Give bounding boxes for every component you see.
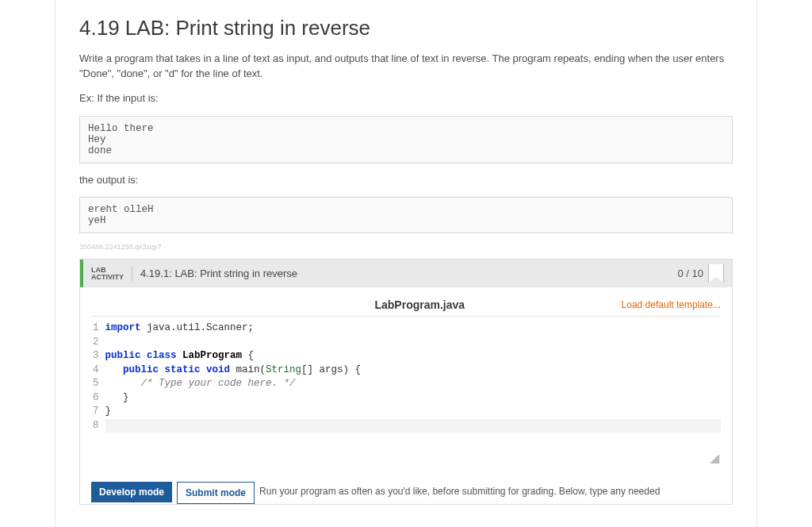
kw-class: class bbox=[141, 350, 177, 361]
kw-public: public bbox=[105, 350, 141, 361]
example-input-block: Hello there Hey done bbox=[79, 116, 733, 163]
example-input-label: Ex: If the input is: bbox=[79, 91, 733, 106]
code-text: java.util.Scanner; bbox=[141, 322, 255, 333]
kw-public: public bbox=[105, 364, 159, 375]
load-default-link[interactable]: Load default template... bbox=[622, 299, 721, 310]
page-content: 4.19 LAB: Print string in reverse Write … bbox=[56, 0, 756, 527]
example-output-label: the output is: bbox=[79, 173, 733, 188]
bookmark-icon[interactable] bbox=[708, 264, 724, 283]
code-text: main( bbox=[230, 364, 266, 375]
file-name: LabProgram.java bbox=[218, 298, 622, 311]
kw-void: void bbox=[201, 364, 231, 375]
lab-activity: LAB ACTIVITY 4.19.1: LAB: Print string i… bbox=[79, 259, 733, 505]
activity-title: 4.19.1: LAB: Print string in reverse bbox=[140, 267, 677, 279]
activity-score: 0 / 10 bbox=[677, 267, 703, 279]
problem-statement: Write a program that takes in a line of … bbox=[79, 52, 733, 82]
code-text: [] args) { bbox=[301, 364, 361, 375]
code-editor[interactable]: 1 2 3 4 5 6 7 8 import java.util.Scanner… bbox=[91, 320, 721, 455]
line-gutter: 1 2 3 4 5 6 7 8 bbox=[91, 320, 105, 455]
cursor-line[interactable] bbox=[105, 419, 721, 433]
activity-tag-line2: ACTIVITY bbox=[91, 274, 124, 281]
activity-tag: LAB ACTIVITY bbox=[91, 267, 132, 281]
kw-type: String bbox=[266, 364, 301, 375]
kw-static: static bbox=[159, 364, 201, 375]
develop-mode-button[interactable]: Develop mode bbox=[91, 482, 172, 502]
example-output-block: ereht olleH yeH bbox=[79, 197, 733, 233]
class-name: LabProgram bbox=[177, 350, 243, 361]
code-comment: /* Type your code here. */ bbox=[105, 378, 296, 389]
mode-bar: Develop mode Submit mode Run your progra… bbox=[80, 471, 732, 504]
page-title: 4.19 LAB: Print string in reverse bbox=[79, 16, 733, 40]
kw-import: import bbox=[105, 322, 141, 333]
activity-header: LAB ACTIVITY 4.19.1: LAB: Print string i… bbox=[80, 260, 732, 287]
mode-help-text: Run your program as often as you'd like,… bbox=[259, 482, 660, 498]
file-header: LabProgram.java Load default template... bbox=[91, 298, 721, 317]
code-text: } bbox=[105, 406, 112, 417]
resource-id: 350488.2241258.qx3zqy7 bbox=[79, 243, 733, 251]
code-lines[interactable]: import java.util.Scanner; public class L… bbox=[105, 320, 721, 455]
code-text: { bbox=[242, 350, 254, 361]
submit-mode-button[interactable]: Submit mode bbox=[177, 482, 255, 504]
code-text: } bbox=[105, 392, 129, 403]
editor-area: LabProgram.java Load default template...… bbox=[80, 287, 732, 471]
resize-handle-icon[interactable]: ◢ bbox=[91, 455, 721, 463]
